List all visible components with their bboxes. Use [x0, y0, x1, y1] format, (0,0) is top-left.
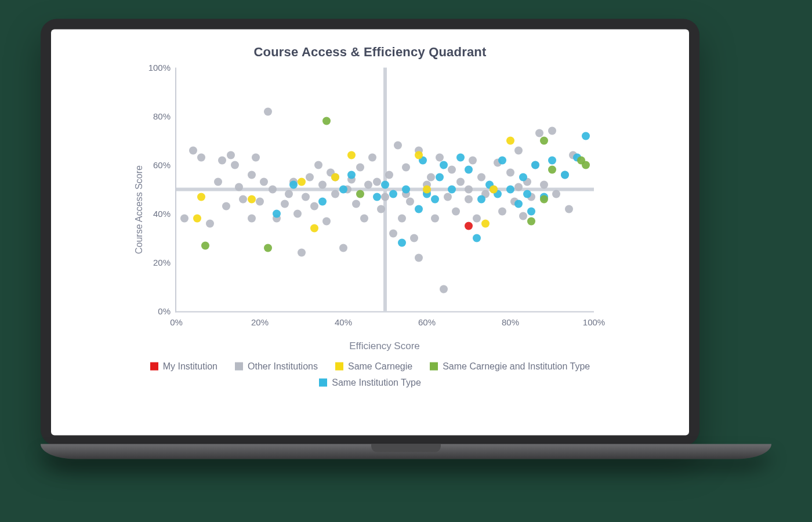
data-point[interactable]	[235, 183, 243, 191]
data-point[interactable]	[531, 161, 539, 169]
data-point[interactable]	[402, 186, 410, 194]
data-point[interactable]	[347, 171, 356, 179]
data-point[interactable]	[239, 195, 247, 203]
data-point[interactable]	[373, 193, 381, 201]
data-point[interactable]	[506, 168, 514, 176]
data-point[interactable]	[540, 195, 548, 203]
data-point[interactable]	[273, 210, 281, 218]
data-point[interactable]	[415, 253, 423, 262]
data-point[interactable]	[582, 161, 590, 169]
data-point[interactable]	[527, 217, 535, 225]
data-point[interactable]	[289, 180, 298, 188]
data-point[interactable]	[197, 154, 205, 162]
data-point[interactable]	[377, 205, 385, 213]
data-point[interactable]	[322, 217, 331, 225]
data-point[interactable]	[389, 190, 397, 198]
data-point[interactable]	[314, 161, 322, 169]
data-point[interactable]	[256, 198, 264, 206]
data-point[interactable]	[548, 156, 556, 164]
data-point[interactable]	[206, 219, 214, 227]
data-point[interactable]	[201, 241, 209, 249]
data-point[interactable]	[306, 173, 314, 182]
data-point[interactable]	[339, 244, 347, 252]
data-point[interactable]	[197, 193, 205, 201]
data-point[interactable]	[385, 171, 393, 179]
data-point[interactable]	[260, 178, 268, 186]
data-point[interactable]	[398, 215, 406, 223]
legend-item[interactable]: Same Carnegie	[335, 361, 412, 372]
data-point[interactable]	[331, 190, 339, 198]
data-point[interactable]	[360, 215, 368, 223]
data-point[interactable]	[381, 180, 389, 188]
data-point[interactable]	[352, 200, 360, 208]
data-point[interactable]	[356, 164, 364, 172]
data-point[interactable]	[322, 117, 331, 125]
legend-item[interactable]: My Institution	[150, 361, 217, 372]
data-point[interactable]	[514, 200, 523, 208]
data-point[interactable]	[540, 180, 548, 188]
data-point[interactable]	[331, 173, 339, 182]
data-point[interactable]	[406, 198, 414, 206]
data-point[interactable]	[506, 186, 514, 194]
data-point[interactable]	[281, 200, 289, 208]
data-point[interactable]	[456, 178, 465, 186]
data-point[interactable]	[490, 186, 498, 194]
data-point[interactable]	[465, 166, 473, 174]
data-point[interactable]	[248, 195, 256, 203]
data-point[interactable]	[514, 183, 523, 191]
data-point[interactable]	[440, 161, 448, 169]
data-point[interactable]	[498, 156, 506, 164]
data-point[interactable]	[548, 166, 556, 174]
data-point[interactable]	[252, 154, 260, 162]
data-point[interactable]	[452, 207, 460, 215]
data-point[interactable]	[222, 202, 230, 211]
data-point[interactable]	[481, 219, 490, 227]
data-point[interactable]	[456, 154, 465, 162]
data-point[interactable]	[506, 137, 514, 145]
data-point[interactable]	[264, 107, 272, 115]
data-point[interactable]	[540, 137, 548, 145]
data-point[interactable]	[269, 186, 277, 194]
data-point[interactable]	[477, 173, 485, 182]
data-point[interactable]	[448, 166, 456, 174]
data-point[interactable]	[440, 285, 448, 293]
data-point[interactable]	[431, 195, 439, 203]
data-point[interactable]	[310, 202, 318, 211]
data-point[interactable]	[561, 171, 569, 179]
data-point[interactable]	[527, 207, 535, 215]
data-point[interactable]	[519, 212, 527, 220]
data-point[interactable]	[248, 215, 256, 223]
data-point[interactable]	[427, 173, 435, 182]
data-point[interactable]	[189, 146, 197, 154]
data-point[interactable]	[431, 215, 439, 223]
data-point[interactable]	[356, 190, 364, 198]
data-point[interactable]	[310, 224, 318, 233]
data-point[interactable]	[302, 193, 310, 201]
data-point[interactable]	[218, 156, 226, 164]
data-point[interactable]	[498, 207, 506, 215]
data-point[interactable]	[298, 178, 306, 186]
data-point[interactable]	[293, 210, 302, 218]
data-point[interactable]	[415, 151, 423, 160]
data-point[interactable]	[465, 195, 473, 203]
data-point[interactable]	[552, 190, 560, 198]
data-point[interactable]	[565, 205, 573, 213]
data-point[interactable]	[448, 186, 456, 194]
data-point[interactable]	[473, 215, 481, 223]
data-point[interactable]	[523, 190, 531, 198]
data-point[interactable]	[410, 234, 418, 242]
data-point[interactable]	[339, 186, 347, 194]
data-point[interactable]	[402, 164, 410, 172]
data-point[interactable]	[214, 178, 222, 186]
data-point[interactable]	[318, 180, 327, 188]
data-point[interactable]	[465, 186, 473, 194]
data-point[interactable]	[264, 244, 272, 252]
data-point[interactable]	[398, 239, 406, 247]
data-point[interactable]	[373, 178, 381, 186]
data-point[interactable]	[285, 190, 293, 198]
data-point[interactable]	[193, 215, 201, 223]
legend-item[interactable]: Same Carnegie and Institution Type	[430, 361, 590, 372]
data-point[interactable]	[231, 161, 239, 169]
legend-item[interactable]: Other Institutions	[235, 361, 318, 372]
data-point[interactable]	[473, 234, 481, 242]
